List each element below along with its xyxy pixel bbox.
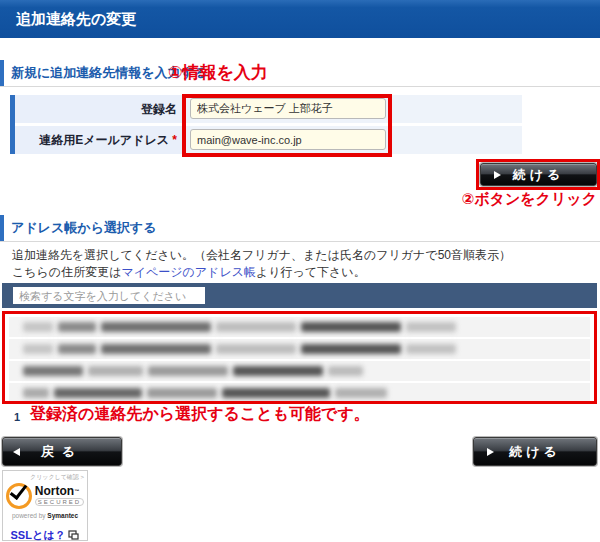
seal-verify-text: クリックして確認 > [3, 471, 87, 482]
blurred-text [58, 344, 96, 354]
mypage-address-book-link[interactable]: マイページのアドレス帳 [121, 265, 256, 279]
blurred-text [147, 388, 217, 398]
name-field-label: 登録名 [15, 95, 185, 123]
contact-list-item[interactable] [9, 317, 590, 337]
name-input[interactable] [190, 98, 386, 119]
section-address-book-title: アドレス帳から選択する [11, 215, 156, 241]
blurred-text [101, 322, 211, 332]
email-field-label: 連絡用Eメールアドレス * [15, 126, 185, 154]
note-annotation: 登録済の連絡先から選択することも可能です。 [30, 404, 370, 425]
instruction-line1: 追加連絡先を選択してください。（会社名フリガナ、または氏名のフリガナで50音順表… [12, 247, 511, 264]
contact-list-item[interactable] [9, 383, 590, 403]
norton-checkmark-icon [6, 483, 32, 509]
email-input[interactable] [190, 129, 386, 150]
blurred-text [222, 388, 330, 398]
blurred-text [23, 388, 49, 398]
arrow-right-icon [487, 448, 494, 456]
section-new-contact-header: 新規に追加連絡先情報を入力する [0, 60, 600, 87]
instruction-line2: こちらの住所変更はマイページのアドレス帳より行って下さい。 [12, 264, 366, 281]
blurred-text [58, 322, 96, 332]
blurred-text [301, 344, 401, 354]
norton-secured-label: SECURED [35, 498, 84, 506]
contact-list [2, 311, 597, 404]
continue-button-top[interactable]: 続ける [480, 163, 597, 186]
blurred-text [406, 344, 456, 354]
blurred-text [406, 322, 456, 332]
continue-button-bottom[interactable]: 続ける [473, 437, 597, 466]
page-title: 追加連絡先の変更 [0, 0, 600, 38]
blurred-text [23, 322, 53, 332]
blurred-text [23, 366, 83, 376]
blurred-text [216, 322, 296, 332]
back-button[interactable]: 戻る [2, 437, 122, 466]
blurred-text [328, 366, 363, 376]
contact-list-item[interactable] [9, 361, 590, 381]
blurred-text [88, 366, 143, 376]
step1-annotation: ①情報を入力 [168, 61, 268, 84]
ssl-help-link[interactable]: SSLとは？ [11, 529, 66, 541]
page: 追加連絡先の変更 新規に追加連絡先情報を入力する ①情報を入力 登録名 連絡用E… [0, 0, 600, 542]
popup-window-icon [68, 526, 79, 542]
search-bar [2, 283, 597, 308]
blurred-text [301, 322, 401, 332]
contact-list-item[interactable] [9, 339, 590, 359]
section-accent-bar [0, 215, 4, 241]
blurred-text [23, 344, 53, 354]
step2-annotation: ②ボタンをクリック [461, 190, 597, 209]
blurred-text [101, 344, 211, 354]
required-mark: * [172, 133, 177, 147]
section-accent-bar [0, 60, 4, 86]
arrow-right-icon [494, 171, 501, 179]
norton-seal[interactable]: クリックして確認 > Norton™ SECURED powered by Sy… [2, 470, 88, 541]
arrow-left-icon [13, 448, 20, 456]
norton-brand: Norton™ [35, 486, 79, 497]
search-input[interactable] [13, 287, 205, 304]
blurred-text [148, 366, 228, 376]
blurred-text [216, 344, 296, 354]
blurred-text [233, 366, 323, 376]
powered-by-symantec: powered by Symantec [3, 512, 87, 519]
blurred-text [54, 388, 142, 398]
blurred-text [335, 388, 387, 398]
section-address-book-header: アドレス帳から選択する [0, 215, 600, 242]
pagination-page-number[interactable]: 1 [14, 411, 20, 423]
